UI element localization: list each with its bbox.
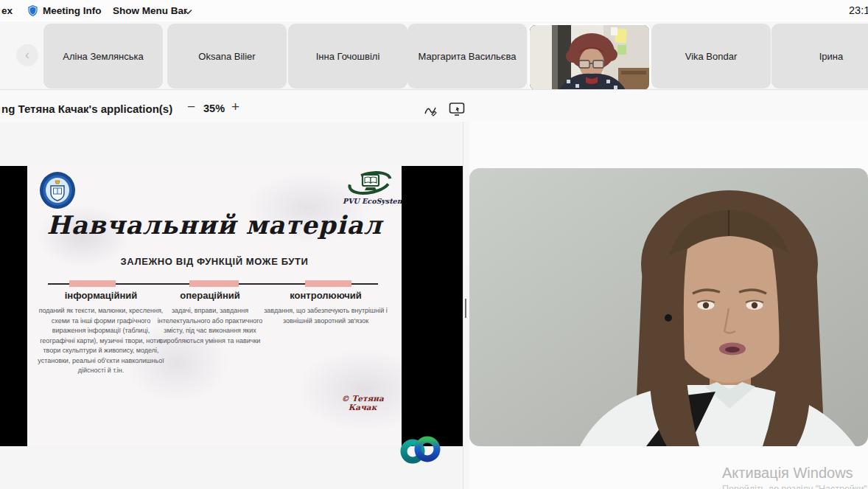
speaker-video-pane xyxy=(469,122,868,489)
annotate-icon[interactable] xyxy=(423,101,441,117)
slide-copyright: © Тетяна Качак xyxy=(331,394,394,412)
speaker-webcam-frame xyxy=(469,168,868,446)
webex-meeting-window: ex Meeting Info Show Menu Bar 23:1 ‹ Алі… xyxy=(0,0,868,489)
participant-tile[interactable]: Аліна Землянська xyxy=(43,24,163,89)
shared-screen-frame: PVU EcoSystem Навчальний матеріал ЗАЛЕЖН… xyxy=(0,166,463,446)
shared-content-pane: PVU EcoSystem Навчальний матеріал ЗАЛЕЖН… xyxy=(0,122,463,489)
windows-activation-watermark-line2: Перейдіть до розділу "Настройки", щоб ак… xyxy=(722,484,868,489)
pvu-ecosystem-logo: PVU EcoSystem xyxy=(343,169,397,205)
participant-name: Аліна Землянська xyxy=(57,51,149,62)
menu-item-meeting-info[interactable]: Meeting Info xyxy=(43,5,102,16)
participant-name: Ірина xyxy=(813,51,850,62)
participant-tile[interactable]: Інна Гочошвілі xyxy=(288,24,407,89)
participant-name: Маргарита Васильєва xyxy=(413,51,522,62)
participant-filmstrip: ‹ Аліна Землянська Oksana Bilier Інна Го… xyxy=(0,21,868,89)
slide-subtitle: ЗАЛЕЖНО ВІД ФУНКЦІЙ МОЖЕ БУТИ xyxy=(27,256,402,267)
menu-item-show-menu-bar[interactable]: Show Menu Bar xyxy=(113,5,187,16)
highlight-bar xyxy=(69,280,116,287)
zoom-level-value[interactable]: 35% xyxy=(203,103,225,114)
participant-name: Vika Bondar xyxy=(679,51,743,62)
zoom-out-button[interactable]: − xyxy=(187,99,195,115)
share-toolbar: ng Тетяна Качак's application(s) − 35% + xyxy=(0,89,868,122)
windows-activation-watermark: Активація Windows xyxy=(722,465,853,482)
zoom-in-button[interactable]: + xyxy=(231,99,239,115)
column-body: задачі, вправи, завдання інтелектуальног… xyxy=(147,306,273,346)
menu-bar: ex Meeting Info Show Menu Bar 23:1 xyxy=(0,0,868,21)
participant-webcam-thumbnail xyxy=(530,25,649,90)
highlight-bar xyxy=(305,280,351,287)
column-heading: операційний xyxy=(147,290,273,301)
participant-name: Oksana Bilier xyxy=(192,51,261,62)
viewing-application-label: ng Тетяна Качак's application(s) xyxy=(1,103,172,115)
pvu-logo-caption: PVU EcoSystem xyxy=(343,197,397,205)
participant-tile[interactable]: Маргарита Васильєва xyxy=(407,24,527,89)
meeting-info-shield-icon xyxy=(27,4,38,17)
presentation-slide: PVU EcoSystem Навчальний матеріал ЗАЛЕЖН… xyxy=(27,166,402,446)
active-speaker-video[interactable] xyxy=(469,168,868,446)
column-heading: контролюючий xyxy=(263,290,388,301)
university-emblem-icon xyxy=(39,171,76,209)
participant-tile[interactable]: Vika Bondar xyxy=(651,24,771,89)
participant-name: Інна Гочошвілі xyxy=(310,51,386,62)
screen-view-options-icon[interactable] xyxy=(448,101,466,117)
column-body: завдання, що забезпечують внутрішній і з… xyxy=(263,306,388,326)
webex-logo-icon xyxy=(400,433,441,467)
slide-title: Навчальний матеріал xyxy=(27,210,402,240)
filmstrip-scroll-left-button[interactable]: ‹ xyxy=(16,44,38,66)
app-title-partial: ex xyxy=(1,5,13,16)
participant-tile[interactable]: Oksana Bilier xyxy=(167,24,287,89)
participant-video-tile[interactable] xyxy=(528,24,651,91)
chevron-down-icon xyxy=(183,9,192,15)
participant-tile[interactable]: Ірина xyxy=(771,24,868,89)
highlight-bar xyxy=(189,280,239,287)
system-clock: 23:1 xyxy=(849,4,868,16)
